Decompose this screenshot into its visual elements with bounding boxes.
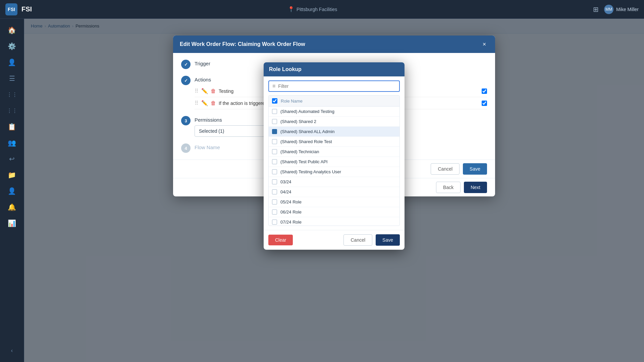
role-checkbox-5[interactable] [272, 159, 277, 164]
role-row-9[interactable]: 05/24 Role [269, 197, 399, 207]
sidebar-item-profile[interactable]: 👤 [5, 184, 19, 198]
sidebar-item-undo[interactable]: ↩ [5, 152, 19, 166]
filter-icon: ≡ [272, 83, 275, 89]
user-avatar: MM [604, 5, 613, 14]
footer-cancel-button[interactable]: Cancel [431, 163, 460, 175]
edit-icon-2[interactable]: ✏️ [201, 100, 208, 106]
lookup-body: ≡ Role Name (Shared) Automated Testing (… [264, 76, 405, 230]
role-list[interactable]: Role Name (Shared) Automated Testing (Sh… [268, 95, 400, 226]
sidebar-item-menu[interactable]: ☰ [5, 71, 19, 86]
role-checkbox-1[interactable] [272, 119, 277, 124]
step-3-num: 3 [181, 116, 191, 125]
role-name-1: (Shared) Shared 2 [280, 119, 316, 124]
sidebar-item-folder[interactable]: 📁 [5, 168, 19, 182]
role-name-11: 07/24 Role [280, 220, 302, 225]
grid-icon[interactable]: ⊞ [593, 5, 599, 13]
sidebar-item-grid1[interactable]: ⋮⋮ [5, 87, 19, 102]
role-row-0[interactable]: (Shared) Automated Testing [269, 107, 399, 117]
chevron-left-icon: ‹ [11, 348, 13, 354]
action-enabled-2[interactable] [482, 101, 487, 106]
lookup-header: Role Lookup [264, 62, 405, 76]
logo-area: FSI FSI [5, 3, 32, 15]
sidebar-item-users[interactable]: 👥 [5, 135, 19, 150]
edit-icon-1[interactable]: ✏️ [201, 88, 208, 94]
lookup-footer-right: Cancel Save [343, 234, 400, 246]
delete-icon-2[interactable]: 🗑 [211, 100, 216, 106]
sidebar-item-user[interactable]: 👤 [5, 55, 19, 70]
role-checkbox-9[interactable] [272, 199, 277, 204]
role-name-column-header: Role Name [281, 99, 303, 104]
topbar-right: ⊞ MM Mike Miller [593, 5, 639, 14]
sidebar-item-settings[interactable]: ⚙️ [5, 39, 19, 54]
role-row-4[interactable]: (Shared) Technician [269, 147, 399, 157]
role-row-8[interactable]: 04/24 [269, 187, 399, 197]
logo-text: FSI [8, 7, 15, 12]
role-row-5[interactable]: (Shared) Test Public API [269, 157, 399, 167]
next-button[interactable]: Next [464, 182, 487, 193]
role-checkbox-2[interactable] [272, 129, 277, 134]
role-lookup-dialog: Role Lookup ≡ Role Name (Shared) Automat… [264, 62, 405, 250]
lookup-footer: Clear Cancel Save [264, 230, 405, 250]
sidebar-item-clipboard[interactable]: 📋 [5, 119, 19, 134]
role-checkbox-6[interactable] [272, 169, 277, 174]
brand-name: FSI [21, 5, 32, 13]
logo-box: FSI [5, 3, 17, 15]
role-row-11[interactable]: 07/24 Role [269, 217, 399, 226]
role-name-6: (Shared) Testing Analytics User [280, 169, 341, 174]
role-checkbox-8[interactable] [272, 189, 277, 194]
filter-row: ≡ [268, 80, 400, 92]
role-name-5: (Shared) Test Public API [280, 159, 328, 164]
back-button[interactable]: Back [436, 182, 461, 193]
location-pin-icon: 📍 [288, 6, 294, 12]
role-name-9: 05/24 Role [280, 199, 302, 204]
sidebar-item-bell[interactable]: 🔔 [5, 200, 19, 215]
topbar: FSI FSI 📍 Pittsburgh Facilities ⊞ MM Mik… [0, 0, 644, 19]
role-name-8: 04/24 [280, 189, 291, 194]
close-button[interactable]: × [480, 40, 488, 48]
role-name-4: (Shared) Technician [280, 149, 319, 154]
role-checkbox-4[interactable] [272, 149, 277, 154]
footer-save-button[interactable]: Save [463, 163, 487, 175]
sidebar: 🏠 ⚙️ 👤 ☰ ⋮⋮ ⋮⋮ 📋 👥 ↩ 📁 👤 🔔 📊 ‹ [0, 19, 24, 362]
clear-button[interactable]: Clear [268, 235, 293, 245]
role-row-3[interactable]: (Shared) Shared Role Test [269, 137, 399, 147]
user-menu[interactable]: MM Mike Miller [604, 5, 639, 14]
role-row-2[interactable]: (Shared) Shared ALL Admin [269, 127, 399, 137]
role-row-6[interactable]: (Shared) Testing Analytics User [269, 167, 399, 177]
filter-input[interactable] [278, 83, 396, 89]
lookup-cancel-button[interactable]: Cancel [343, 234, 372, 246]
role-name-10: 06/24 Role [280, 209, 302, 215]
role-name-2: (Shared) Shared ALL Admin [280, 129, 334, 134]
location-label: Pittsburgh Facilities [297, 7, 337, 12]
role-row-1[interactable]: (Shared) Shared 2 [269, 117, 399, 127]
action-enabled-1[interactable] [482, 88, 487, 94]
sidebar-item-home[interactable]: 🏠 [5, 23, 19, 38]
drag-handle-1[interactable]: ⠿ [195, 88, 199, 94]
role-checkbox-0[interactable] [272, 109, 277, 114]
selected-label: Selected (1) [199, 128, 224, 134]
user-initials: MM [605, 7, 612, 12]
step-2-num: ✓ [181, 76, 191, 85]
edit-dialog-title: Edit Work Order Flow: Claiming Work Orde… [180, 41, 305, 47]
drag-handle-2[interactable]: ⠿ [195, 100, 199, 106]
delete-icon-1[interactable]: 🗑 [211, 88, 216, 94]
role-name-3: (Shared) Shared Role Test [280, 139, 332, 144]
lookup-save-button[interactable]: Save [376, 234, 400, 246]
edit-dialog-header: Edit Work Order Flow: Claiming Work Orde… [173, 36, 495, 53]
step-1-num: ✓ [181, 60, 191, 69]
role-checkbox-10[interactable] [272, 209, 277, 215]
lookup-title: Role Lookup [269, 66, 302, 72]
sidebar-item-chart[interactable]: 📊 [5, 216, 19, 231]
sidebar-collapse-icon[interactable]: ‹ [5, 343, 19, 358]
role-checkbox-3[interactable] [272, 139, 277, 144]
role-checkbox-11[interactable] [272, 220, 277, 225]
select-all-checkbox[interactable] [272, 98, 277, 104]
role-row-7[interactable]: 03/24 [269, 177, 399, 187]
user-name: Mike Miller [616, 7, 639, 12]
main-area: Home › Automation › Permissions Edit Wor… [24, 19, 644, 362]
step-4-num: 4 [181, 143, 191, 153]
sidebar-item-grid2[interactable]: ⋮⋮ [5, 103, 19, 118]
role-row-10[interactable]: 06/24 Role [269, 207, 399, 217]
role-checkbox-7[interactable] [272, 179, 277, 184]
topbar-center: 📍 Pittsburgh Facilities [32, 6, 593, 12]
